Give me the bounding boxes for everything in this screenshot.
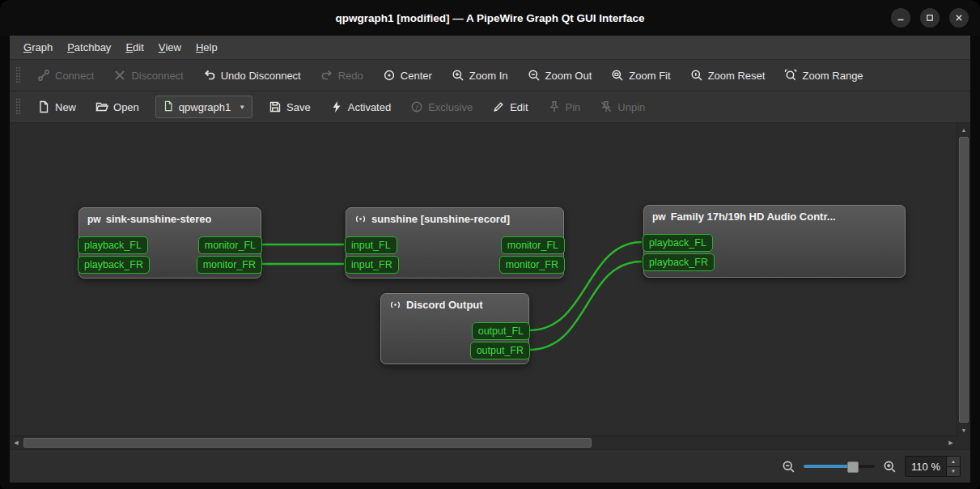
- close-icon: [954, 13, 964, 23]
- zoom-slider[interactable]: [804, 460, 875, 473]
- edit-button[interactable]: Edit: [484, 95, 536, 119]
- node-discord-output[interactable]: Discord Output output_FL output_FR: [380, 293, 529, 364]
- disconnect-icon: [113, 69, 126, 82]
- node-header: sunshine [sunshine-record]: [346, 208, 563, 225]
- pin-button[interactable]: Pin: [540, 95, 589, 119]
- port-playback_FL[interactable]: playback_FL: [643, 234, 713, 252]
- close-button[interactable]: [949, 8, 969, 28]
- activated-button[interactable]: Activated: [322, 95, 399, 119]
- menu-graph[interactable]: Graph: [16, 36, 60, 59]
- zoom-value[interactable]: 110 %: [906, 457, 946, 476]
- graph-canvas[interactable]: pw sink-sunshine-stereo playback_FL play…: [10, 123, 957, 436]
- undo-disconnect-button[interactable]: Undo Disconnect: [195, 63, 309, 87]
- disconnect-button[interactable]: Disconnect: [105, 63, 191, 87]
- button-label: Exclusive: [428, 101, 473, 113]
- maximize-icon: [925, 13, 935, 23]
- open-button[interactable]: Open: [87, 95, 147, 119]
- graph-area: pw sink-sunshine-stereo playback_FL play…: [10, 123, 970, 449]
- scrollbar-corner: [957, 436, 970, 449]
- horizontal-scrollbar[interactable]: ◀ ▶: [10, 436, 957, 449]
- toolbar-grip[interactable]: [15, 98, 21, 116]
- save-button[interactable]: Save: [261, 95, 319, 119]
- patchbay-file-icon: [163, 100, 174, 114]
- button-label: Open: [113, 101, 139, 113]
- scroll-up-arrow[interactable]: ▲: [957, 123, 970, 136]
- spin-up-arrow[interactable]: ▲: [947, 457, 960, 466]
- port-monitor_FR[interactable]: monitor_FR: [197, 256, 262, 274]
- node-sink-sunshine-stereo[interactable]: pw sink-sunshine-stereo playback_FL play…: [78, 207, 261, 279]
- scroll-down-arrow[interactable]: ▼: [957, 423, 970, 436]
- port-monitor_FL[interactable]: monitor_FL: [198, 236, 262, 254]
- zoom-spinbox[interactable]: 110 % ▲ ▼: [905, 456, 961, 477]
- port-output_FR[interactable]: output_FR: [470, 342, 530, 359]
- vertical-scroll-thumb[interactable]: [959, 137, 969, 423]
- patchbay-toolbar: New Open qpwgraph1 ▼ Save Activated f: [10, 91, 970, 123]
- port-playback_FL[interactable]: playback_FL: [78, 236, 148, 254]
- zoom-out-button[interactable]: Zoom Out: [520, 63, 600, 87]
- center-button[interactable]: Center: [375, 63, 440, 87]
- unpin-button[interactable]: Unpin: [592, 95, 653, 119]
- button-label: Unpin: [617, 101, 645, 113]
- node-title: sink-sunshine-stereo: [106, 213, 212, 225]
- speaker-icon: [354, 213, 367, 225]
- port-playback_FR[interactable]: playback_FR: [643, 253, 715, 271]
- port-input_FL[interactable]: input_FL: [345, 236, 397, 254]
- zoom-slider-fill: [804, 465, 852, 468]
- scroll-left-arrow[interactable]: ◀: [10, 436, 23, 449]
- button-label: Undo Disconnect: [221, 70, 301, 82]
- zoom-out-icon[interactable]: [782, 460, 795, 474]
- menu-patchbay[interactable]: Patchbay: [60, 36, 118, 59]
- new-button[interactable]: New: [29, 95, 84, 119]
- button-label: Activated: [348, 101, 391, 113]
- button-label: Zoom Reset: [708, 70, 766, 82]
- scroll-right-arrow[interactable]: ▶: [944, 436, 957, 449]
- exclusive-button[interactable]: f Exclusive: [402, 95, 481, 119]
- new-file-icon: [37, 100, 50, 113]
- button-label: Zoom Out: [545, 70, 592, 82]
- zoom-range-button[interactable]: Zoom Range: [776, 63, 871, 87]
- node-title: Family 17h/19h HD Audio Contr...: [671, 210, 836, 223]
- patchbay-select-value: qpwgraph1: [179, 101, 231, 113]
- port-output_FL[interactable]: output_FL: [472, 322, 530, 340]
- pipewire-icon: pw: [652, 212, 666, 222]
- button-label: Zoom Range: [802, 70, 863, 82]
- zoom-fit-icon: [611, 69, 624, 82]
- button-label: Disconnect: [131, 70, 183, 82]
- zoom-reset-button[interactable]: Zoom Reset: [682, 63, 774, 87]
- patchbay-select[interactable]: qpwgraph1 ▼: [155, 96, 252, 118]
- pencil-icon: [492, 100, 505, 113]
- zoom-fit-button[interactable]: Zoom Fit: [603, 63, 678, 87]
- vertical-scrollbar[interactable]: ▲ ▼: [957, 123, 970, 436]
- graph-toolbar: Connect Disconnect Undo Disconnect Redo …: [10, 60, 970, 91]
- menu-edit[interactable]: Edit: [118, 36, 151, 59]
- zoom-slider-handle[interactable]: [847, 461, 859, 473]
- port-input_FR[interactable]: input_FR: [345, 256, 399, 274]
- horizontal-scroll-thumb[interactable]: [23, 438, 592, 448]
- port-playback_FR[interactable]: playback_FR: [78, 256, 150, 274]
- zoom-reset-icon: [690, 69, 703, 82]
- lightning-icon: [330, 100, 343, 113]
- node-header: pw sink-sunshine-stereo: [79, 208, 261, 225]
- spin-down-arrow[interactable]: ▼: [947, 466, 960, 477]
- port-monitor_FR[interactable]: monitor_FR: [499, 256, 565, 274]
- exclusive-icon: f: [410, 100, 423, 113]
- maximize-button[interactable]: [920, 8, 940, 28]
- pipewire-icon: pw: [87, 215, 101, 224]
- menu-view[interactable]: View: [151, 36, 189, 59]
- minimize-button[interactable]: [891, 8, 910, 28]
- toolbar-grip[interactable]: [15, 66, 21, 84]
- menu-help[interactable]: Help: [189, 36, 225, 59]
- spin-buttons: ▲ ▼: [946, 457, 960, 476]
- svg-text:f: f: [416, 103, 419, 111]
- node-sunshine[interactable]: sunshine [sunshine-record] input_FL inpu…: [346, 207, 564, 279]
- zoom-in-icon[interactable]: [883, 460, 897, 474]
- node-family-hd-audio[interactable]: pw Family 17h/19h HD Audio Contr... play…: [643, 205, 906, 278]
- speaker-icon: [389, 299, 401, 311]
- connect-button[interactable]: Connect: [29, 63, 102, 87]
- zoom-in-button[interactable]: Zoom In: [443, 63, 516, 87]
- redo-button[interactable]: Redo: [312, 63, 371, 87]
- port-monitor_FL[interactable]: monitor_FL: [501, 236, 565, 254]
- zoom-in-icon: [452, 69, 465, 82]
- zoom-range-icon: [784, 69, 797, 82]
- titlebar[interactable]: qpwgraph1 [modified] — A PipeWire Graph …: [0, 0, 980, 36]
